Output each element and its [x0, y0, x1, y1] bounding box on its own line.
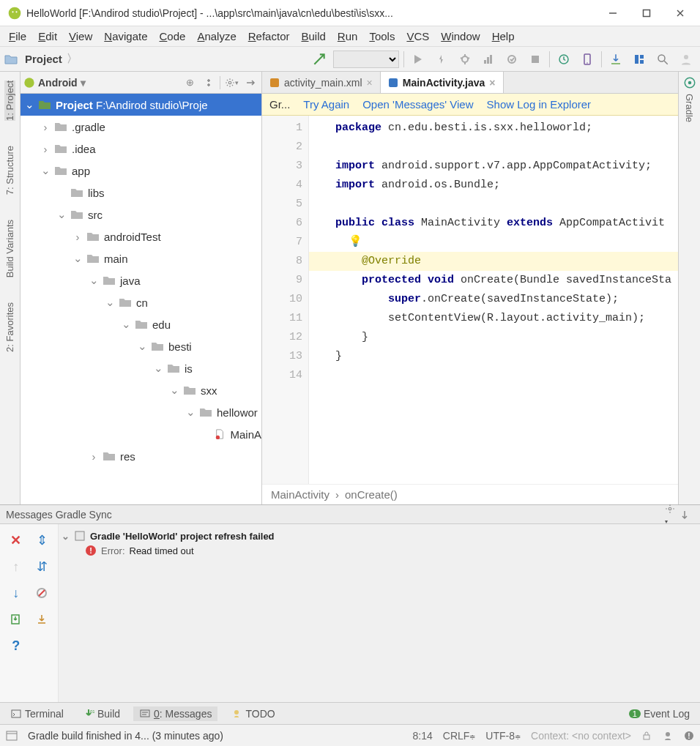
next-icon[interactable]: ↓ [3, 580, 29, 606]
left-tool-1-project[interactable]: 1: Project [4, 81, 15, 121]
breadcrumb-item[interactable]: Project [21, 53, 67, 65]
tree-item-edu[interactable]: ⌄edu [21, 313, 261, 335]
layout-inspector-button[interactable] [630, 50, 649, 69]
notice-link-try-again[interactable]: Try Again [303, 98, 349, 111]
messages-content[interactable]: ⌄ Gradle 'HelloWorld' project refresh fa… [59, 524, 700, 702]
bottom-tool-terminal[interactable]: Terminal [4, 706, 70, 721]
message-error-row[interactable]: ! Error: Read timed out [62, 543, 697, 558]
bottom-tool-build[interactable]: 01Build [77, 706, 126, 721]
project-view-selector[interactable]: Android ▾ [23, 77, 179, 89]
menu-analyze[interactable]: Analyze [191, 28, 242, 45]
inspector-icon[interactable] [662, 730, 674, 742]
gradle-tool-button[interactable]: Gradle [684, 94, 695, 122]
sync-gradle-button[interactable] [554, 50, 573, 69]
menu-refactor[interactable]: Refactor [242, 28, 296, 45]
export-icon[interactable] [3, 606, 29, 633]
expand-all-icon[interactable]: ⇕ [29, 527, 56, 553]
code-content[interactable]: package cn.edu.besti.is.sxx.helloworld; … [309, 116, 678, 484]
tree-item-hellowor[interactable]: ⌄hellowor [21, 401, 261, 423]
notice-link-show-log-in-explorer[interactable]: Show Log in Explorer [487, 98, 592, 111]
line-separator[interactable]: CRLF≑ [443, 730, 476, 742]
line-number-gutter: 1234567891011121314 [262, 116, 309, 484]
code-editor[interactable]: 1234567891011121314 package cn.edu.besti… [262, 116, 678, 484]
import-icon[interactable] [29, 606, 56, 633]
collapse-all-icon[interactable]: ⇵ [29, 553, 56, 580]
hide-button[interactable] [679, 510, 694, 520]
settings-button[interactable]: ▾ [223, 75, 239, 91]
menu-view[interactable]: View [63, 28, 98, 45]
tree-item-maina[interactable]: MainA [21, 423, 261, 445]
avd-manager-button[interactable] [578, 50, 597, 69]
run-button[interactable] [409, 50, 428, 69]
prev-icon[interactable]: ↑ [3, 553, 29, 580]
menu-code[interactable]: Code [154, 28, 192, 45]
menu-vcs[interactable]: VCS [401, 28, 435, 45]
tree-item-app[interactable]: ⌄app [21, 160, 261, 182]
menu-edit[interactable]: Edit [32, 28, 63, 45]
menu-run[interactable]: Run [332, 28, 364, 45]
menu-navigate[interactable]: Navigate [98, 28, 153, 45]
breadcrumb-class[interactable]: MainActivity [271, 488, 329, 501]
left-tool-build-variants[interactable]: Build Variants [4, 220, 15, 277]
profile-button[interactable] [479, 50, 498, 69]
tree-item-androidtest[interactable]: ›androidTest [21, 225, 261, 247]
stop-rerun-icon[interactable] [29, 580, 56, 606]
left-tool-7-structure[interactable]: 7: Structure [4, 146, 15, 195]
tree-item-sxx[interactable]: ⌄sxx [21, 379, 261, 401]
notifications-icon[interactable]: ! [684, 731, 694, 741]
notice-link-open-messages-view[interactable]: Open 'Messages' View [362, 98, 473, 111]
debug-button[interactable] [455, 50, 474, 69]
tab-mainactivity-java[interactable]: MainActivity.java× [381, 72, 504, 93]
search-button[interactable] [653, 50, 672, 69]
stop-button[interactable] [526, 50, 545, 69]
run-config-selector[interactable] [333, 51, 399, 68]
tree-root[interactable]: ⌄Project F:\Andirod studio\Proje [21, 94, 261, 116]
tree-item-cn[interactable]: ⌄cn [21, 291, 261, 313]
bottom-tool-0-messages[interactable]: 0: Messages [133, 706, 217, 721]
menu-tools[interactable]: Tools [363, 28, 401, 45]
close-icon[interactable]: ✕ [3, 527, 29, 553]
messages-title: Messages Gradle Sync [6, 509, 112, 521]
cursor-position[interactable]: 8:14 [413, 730, 433, 742]
attach-debugger-button[interactable] [502, 50, 521, 69]
user-icon[interactable] [677, 50, 696, 69]
tree-item-main[interactable]: ⌄main [21, 247, 261, 269]
breadcrumb-method[interactable]: onCreate() [345, 488, 398, 501]
tree-item-besti[interactable]: ⌄besti [21, 335, 261, 357]
context-indicator[interactable]: Context: <no context> [531, 730, 631, 742]
tree-item-is[interactable]: ⌄is [21, 357, 261, 379]
tree-item-java[interactable]: ⌄java [21, 269, 261, 291]
tree-item--idea[interactable]: ›.idea [21, 138, 261, 160]
minimize-button[interactable] [596, 0, 630, 26]
bottom-tool-todo[interactable]: TODO [225, 706, 280, 721]
close-button[interactable] [663, 0, 697, 26]
menu-window[interactable]: Window [435, 28, 485, 45]
scroll-from-source-button[interactable]: ⊕ [182, 75, 198, 91]
sdk-manager-button[interactable] [606, 50, 625, 69]
close-icon[interactable]: × [489, 77, 495, 89]
close-icon[interactable]: × [367, 77, 373, 89]
tree-item--gradle[interactable]: ›.gradle [21, 116, 261, 138]
make-button[interactable] [310, 50, 329, 69]
help-icon[interactable]: ? [3, 633, 29, 659]
apply-changes-button[interactable] [432, 50, 451, 69]
left-tool-2-favorites[interactable]: 2: Favorites [4, 302, 15, 352]
message-header-row[interactable]: ⌄ Gradle 'HelloWorld' project refresh fa… [62, 529, 697, 543]
lock-icon[interactable] [641, 731, 652, 741]
tree-item-libs[interactable]: libs [21, 182, 261, 204]
menu-help[interactable]: Help [486, 28, 521, 45]
collapse-all-button[interactable] [201, 75, 217, 91]
event-log-button[interactable]: 1Event Log [623, 706, 696, 721]
status-window-icon[interactable] [6, 730, 18, 742]
tree-item-src[interactable]: ⌄src [21, 204, 261, 225]
maximize-button[interactable] [630, 0, 663, 26]
hide-button[interactable] [242, 75, 258, 91]
tab-activity-main-xml[interactable]: activity_main.xml× [262, 72, 381, 93]
tree-item-res[interactable]: ›res [21, 445, 261, 467]
settings-button[interactable]: ▾ [665, 504, 679, 526]
menu-file[interactable]: File [3, 28, 32, 45]
project-tree[interactable]: ⌄Project F:\Andirod studio\Proje›.gradle… [21, 94, 261, 504]
file-encoding[interactable]: UTF-8≑ [485, 730, 521, 742]
nav-breadcrumb: Project 〉 [4, 52, 78, 66]
menu-build[interactable]: Build [295, 28, 331, 45]
